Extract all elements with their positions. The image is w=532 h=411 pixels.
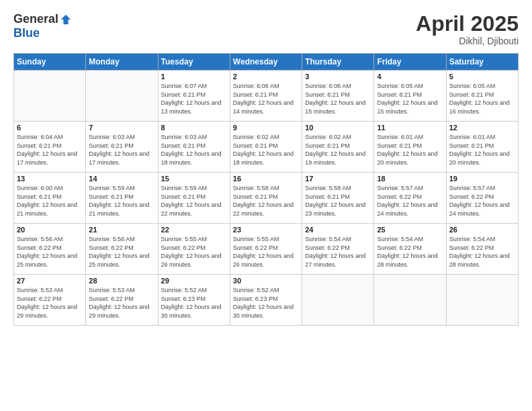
day-number: 11 <box>377 124 443 132</box>
day-info: Sunrise: 6:02 AM Sunset: 6:21 PM Dayligh… <box>305 133 371 167</box>
calendar-cell: 4Sunrise: 6:05 AM Sunset: 6:21 PM Daylig… <box>374 71 446 122</box>
day-number: 27 <box>17 277 83 285</box>
day-number: 3 <box>305 73 371 81</box>
day-number: 4 <box>377 73 443 81</box>
day-info: Sunrise: 5:56 AM Sunset: 6:22 PM Dayligh… <box>89 235 154 269</box>
day-info: Sunrise: 6:07 AM Sunset: 6:21 PM Dayligh… <box>161 82 227 116</box>
title-block: April 2025 Dikhil, Djibouti <box>416 12 519 46</box>
day-number: 23 <box>233 226 299 234</box>
calendar-cell: 17Sunrise: 5:58 AM Sunset: 6:21 PM Dayli… <box>302 173 374 224</box>
calendar-week-row: 27Sunrise: 5:53 AM Sunset: 6:22 PM Dayli… <box>14 275 519 326</box>
logo-icon <box>60 13 72 26</box>
logo-blue: Blue <box>13 26 40 40</box>
day-number: 10 <box>305 124 371 132</box>
day-number: 20 <box>17 226 83 234</box>
day-number: 19 <box>449 175 515 183</box>
day-info: Sunrise: 5:55 AM Sunset: 6:22 PM Dayligh… <box>233 235 299 269</box>
day-info: Sunrise: 5:53 AM Sunset: 6:22 PM Dayligh… <box>89 286 154 320</box>
day-number: 26 <box>449 226 515 234</box>
day-number: 15 <box>161 175 227 183</box>
day-info: Sunrise: 5:54 AM Sunset: 6:22 PM Dayligh… <box>305 235 371 269</box>
day-number: 9 <box>233 124 299 132</box>
calendar-cell: 26Sunrise: 5:54 AM Sunset: 6:22 PM Dayli… <box>446 224 518 275</box>
day-number: 22 <box>161 226 227 234</box>
calendar-cell <box>86 71 158 122</box>
calendar-cell: 13Sunrise: 6:00 AM Sunset: 6:21 PM Dayli… <box>14 173 86 224</box>
day-number: 1 <box>161 73 227 81</box>
logo: General Blue <box>13 12 72 40</box>
weekday-header: Saturday <box>446 54 518 71</box>
calendar-cell: 6Sunrise: 6:04 AM Sunset: 6:21 PM Daylig… <box>14 122 86 173</box>
day-number: 2 <box>233 73 299 81</box>
day-info: Sunrise: 6:01 AM Sunset: 6:21 PM Dayligh… <box>377 133 443 167</box>
calendar-cell: 7Sunrise: 6:03 AM Sunset: 6:21 PM Daylig… <box>86 122 158 173</box>
day-info: Sunrise: 6:02 AM Sunset: 6:21 PM Dayligh… <box>233 133 299 167</box>
calendar-week-row: 13Sunrise: 6:00 AM Sunset: 6:21 PM Dayli… <box>14 173 519 224</box>
header: General Blue April 2025 Dikhil, Djibouti <box>13 12 519 46</box>
calendar-week-row: 20Sunrise: 5:56 AM Sunset: 6:22 PM Dayli… <box>14 224 519 275</box>
location-subtitle: Dikhil, Djibouti <box>416 36 519 46</box>
day-info: Sunrise: 5:52 AM Sunset: 6:23 PM Dayligh… <box>233 286 299 320</box>
day-number: 28 <box>89 277 154 285</box>
calendar-cell: 19Sunrise: 5:57 AM Sunset: 6:22 PM Dayli… <box>446 173 518 224</box>
day-info: Sunrise: 5:58 AM Sunset: 6:21 PM Dayligh… <box>305 184 371 218</box>
calendar-cell: 18Sunrise: 5:57 AM Sunset: 6:22 PM Dayli… <box>374 173 446 224</box>
calendar: SundayMondayTuesdayWednesdayThursdayFrid… <box>13 53 519 326</box>
calendar-cell: 15Sunrise: 5:59 AM Sunset: 6:21 PM Dayli… <box>158 173 230 224</box>
calendar-cell: 22Sunrise: 5:55 AM Sunset: 6:22 PM Dayli… <box>158 224 230 275</box>
day-info: Sunrise: 6:03 AM Sunset: 6:21 PM Dayligh… <box>161 133 227 167</box>
day-number: 25 <box>377 226 443 234</box>
day-info: Sunrise: 6:03 AM Sunset: 6:21 PM Dayligh… <box>89 133 154 167</box>
weekday-header: Sunday <box>14 54 86 71</box>
svg-marker-0 <box>61 14 71 24</box>
calendar-cell: 21Sunrise: 5:56 AM Sunset: 6:22 PM Dayli… <box>86 224 158 275</box>
calendar-week-row: 6Sunrise: 6:04 AM Sunset: 6:21 PM Daylig… <box>14 122 519 173</box>
calendar-cell: 20Sunrise: 5:56 AM Sunset: 6:22 PM Dayli… <box>14 224 86 275</box>
day-info: Sunrise: 5:59 AM Sunset: 6:21 PM Dayligh… <box>161 184 227 218</box>
calendar-cell: 2Sunrise: 6:06 AM Sunset: 6:21 PM Daylig… <box>230 71 302 122</box>
weekday-header: Monday <box>86 54 158 71</box>
day-info: Sunrise: 5:57 AM Sunset: 6:22 PM Dayligh… <box>377 184 443 218</box>
day-info: Sunrise: 5:55 AM Sunset: 6:22 PM Dayligh… <box>161 235 227 269</box>
calendar-cell: 16Sunrise: 5:58 AM Sunset: 6:21 PM Dayli… <box>230 173 302 224</box>
day-number: 6 <box>17 124 83 132</box>
weekday-header-row: SundayMondayTuesdayWednesdayThursdayFrid… <box>14 54 519 71</box>
day-info: Sunrise: 5:56 AM Sunset: 6:22 PM Dayligh… <box>17 235 83 269</box>
day-number: 16 <box>233 175 299 183</box>
day-info: Sunrise: 6:06 AM Sunset: 6:21 PM Dayligh… <box>233 82 299 116</box>
day-number: 14 <box>89 175 154 183</box>
calendar-cell <box>14 71 86 122</box>
day-number: 29 <box>161 277 227 285</box>
day-info: Sunrise: 6:06 AM Sunset: 6:21 PM Dayligh… <box>305 82 371 116</box>
day-info: Sunrise: 6:05 AM Sunset: 6:21 PM Dayligh… <box>449 82 515 116</box>
weekday-header: Friday <box>374 54 446 71</box>
calendar-week-row: 1Sunrise: 6:07 AM Sunset: 6:21 PM Daylig… <box>14 71 519 122</box>
calendar-cell: 30Sunrise: 5:52 AM Sunset: 6:23 PM Dayli… <box>230 275 302 326</box>
day-info: Sunrise: 5:58 AM Sunset: 6:21 PM Dayligh… <box>233 184 299 218</box>
weekday-header: Thursday <box>302 54 374 71</box>
logo-general: General <box>13 12 58 26</box>
calendar-cell: 11Sunrise: 6:01 AM Sunset: 6:21 PM Dayli… <box>374 122 446 173</box>
calendar-cell: 14Sunrise: 5:59 AM Sunset: 6:21 PM Dayli… <box>86 173 158 224</box>
day-info: Sunrise: 6:00 AM Sunset: 6:21 PM Dayligh… <box>17 184 83 218</box>
day-info: Sunrise: 6:01 AM Sunset: 6:21 PM Dayligh… <box>449 133 515 167</box>
calendar-cell: 29Sunrise: 5:52 AM Sunset: 6:23 PM Dayli… <box>158 275 230 326</box>
day-number: 30 <box>233 277 299 285</box>
calendar-cell <box>302 275 374 326</box>
calendar-cell: 12Sunrise: 6:01 AM Sunset: 6:21 PM Dayli… <box>446 122 518 173</box>
day-number: 24 <box>305 226 371 234</box>
day-number: 12 <box>449 124 515 132</box>
day-number: 7 <box>89 124 154 132</box>
day-number: 18 <box>377 175 443 183</box>
calendar-cell <box>374 275 446 326</box>
calendar-cell: 10Sunrise: 6:02 AM Sunset: 6:21 PM Dayli… <box>302 122 374 173</box>
calendar-cell: 27Sunrise: 5:53 AM Sunset: 6:22 PM Dayli… <box>14 275 86 326</box>
day-info: Sunrise: 5:54 AM Sunset: 6:22 PM Dayligh… <box>377 235 443 269</box>
weekday-header: Tuesday <box>158 54 230 71</box>
calendar-cell <box>446 275 518 326</box>
calendar-cell: 3Sunrise: 6:06 AM Sunset: 6:21 PM Daylig… <box>302 71 374 122</box>
weekday-header: Wednesday <box>230 54 302 71</box>
day-number: 8 <box>161 124 227 132</box>
day-info: Sunrise: 6:04 AM Sunset: 6:21 PM Dayligh… <box>17 133 83 167</box>
calendar-cell: 5Sunrise: 6:05 AM Sunset: 6:21 PM Daylig… <box>446 71 518 122</box>
